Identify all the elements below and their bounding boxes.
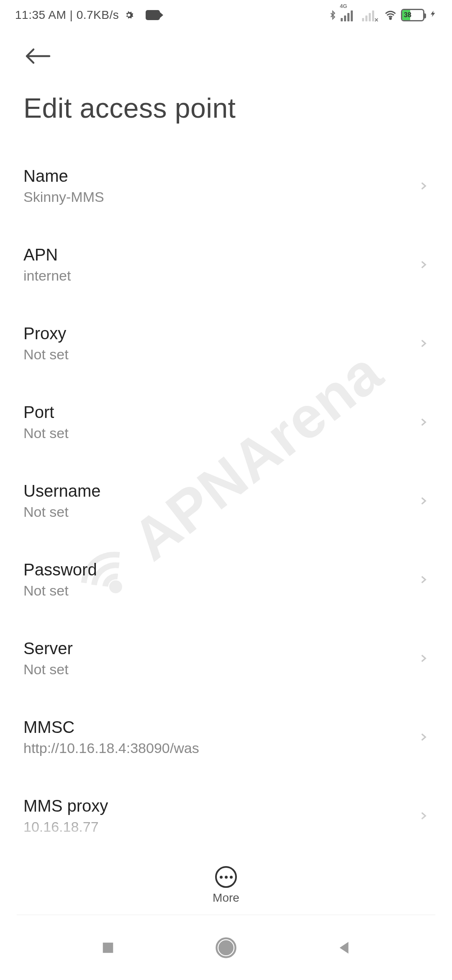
nav-back-button[interactable]	[335, 939, 353, 958]
status-left: 11:35 AM | 0.7KB/s	[15, 8, 160, 22]
battery-percent: 38	[404, 11, 411, 19]
chevron-right-icon	[418, 807, 429, 824]
nav-home-button[interactable]	[215, 936, 237, 961]
status-bar: 11:35 AM | 0.7KB/s 4G × 38	[0, 0, 452, 30]
setting-value: Not set	[23, 583, 418, 599]
bluetooth-icon	[328, 9, 337, 21]
chevron-right-icon	[418, 178, 429, 194]
camera-icon	[146, 10, 160, 20]
setting-label: APN	[23, 245, 418, 264]
status-time: 11:35 AM | 0.7KB/s	[15, 8, 119, 22]
more-button[interactable]	[215, 866, 237, 888]
setting-item-name[interactable]: Name Skinny-MMS	[0, 147, 452, 225]
setting-label: Name	[23, 167, 418, 186]
setting-label: Server	[23, 639, 418, 658]
signal-sim2-icon: ×	[362, 9, 374, 21]
setting-value: http://10.16.18.4:38090/was	[23, 740, 418, 756]
setting-item-username[interactable]: Username Not set	[0, 462, 452, 540]
svg-point-4	[219, 941, 233, 954]
setting-label: Proxy	[23, 324, 418, 343]
chevron-right-icon	[418, 414, 429, 431]
charging-icon	[429, 8, 437, 23]
setting-value: Not set	[23, 504, 418, 520]
settings-list: Name Skinny-MMS APN internet Proxy Not s…	[0, 147, 452, 855]
wifi-icon	[383, 9, 398, 21]
chevron-right-icon	[418, 650, 429, 667]
back-button[interactable]	[23, 47, 54, 67]
status-right: 4G × 38	[328, 8, 437, 23]
chevron-right-icon	[418, 571, 429, 588]
nav-divider	[17, 915, 435, 915]
chevron-right-icon	[418, 335, 429, 352]
setting-value: Skinny-MMS	[23, 189, 418, 205]
setting-value: internet	[23, 268, 418, 284]
setting-label: Username	[23, 482, 418, 500]
setting-item-server[interactable]: Server Not set	[0, 619, 452, 698]
gear-icon	[123, 9, 135, 21]
setting-label: MMS proxy	[23, 797, 418, 815]
setting-item-mms-proxy[interactable]: MMS proxy 10.16.18.77	[0, 776, 452, 855]
nav-recents-button[interactable]	[99, 939, 117, 958]
chevron-right-icon	[418, 256, 429, 273]
navigation-bar	[0, 917, 452, 980]
setting-value: Not set	[23, 425, 418, 441]
battery-icon: 38	[401, 9, 424, 21]
page-title: Edit access point	[0, 67, 452, 141]
setting-item-proxy[interactable]: Proxy Not set	[0, 304, 452, 383]
setting-value: 10.16.18.77	[23, 819, 418, 835]
setting-value: Not set	[23, 346, 418, 363]
signal-4g-label: 4G	[340, 3, 347, 9]
setting-item-password[interactable]: Password Not set	[0, 540, 452, 619]
setting-label: Port	[23, 403, 418, 422]
setting-label: Password	[23, 560, 418, 579]
setting-item-mmsc[interactable]: MMSC http://10.16.18.4:38090/was	[0, 698, 452, 776]
chevron-right-icon	[418, 493, 429, 509]
svg-point-0	[390, 18, 391, 19]
svg-rect-2	[103, 943, 113, 953]
setting-item-apn[interactable]: APN internet	[0, 225, 452, 304]
setting-label: MMSC	[23, 718, 418, 737]
chevron-right-icon	[418, 729, 429, 745]
signal-sim1-icon: 4G	[341, 9, 353, 21]
more-label: More	[213, 891, 239, 905]
setting-value: Not set	[23, 661, 418, 678]
setting-item-port[interactable]: Port Not set	[0, 383, 452, 462]
